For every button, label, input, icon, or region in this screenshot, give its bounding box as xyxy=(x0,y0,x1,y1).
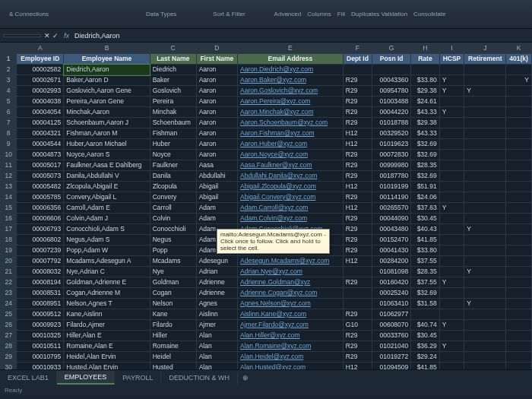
cell-posn[interactable]: 00954780 xyxy=(372,86,411,97)
cell-name[interactable]: Popp,Adam W xyxy=(64,245,150,256)
cell-name[interactable]: Goslovich,Aaron Gene xyxy=(64,86,150,97)
cell-401k[interactable] xyxy=(506,245,532,256)
cell-id[interactable]: 00004873 xyxy=(17,150,64,160)
cell-firstname[interactable]: Adrian xyxy=(196,267,237,277)
cell-name[interactable]: Goldman,Adrienne E xyxy=(64,277,150,288)
cell-rate[interactable]: $29.38 xyxy=(411,118,439,128)
row-num[interactable]: 17 xyxy=(1,224,17,235)
cell-posn[interactable]: 00999980 xyxy=(372,160,411,171)
ribbon-group-connections[interactable]: & Connections xyxy=(6,9,52,19)
row-num[interactable]: 19 xyxy=(1,245,17,256)
cell-firstname[interactable]: Aaron xyxy=(196,97,237,107)
cell-401k[interactable] xyxy=(506,309,532,320)
cell-rate[interactable]: $30.45 xyxy=(411,214,439,224)
enter-icon[interactable]: ✓ xyxy=(52,32,59,40)
cell-lastname[interactable]: Conocchioli xyxy=(150,224,196,235)
cell-retirement[interactable] xyxy=(464,203,506,214)
cell-401k[interactable] xyxy=(506,331,532,341)
cell-name[interactable]: Romaine,Alan E xyxy=(64,341,150,352)
cell-rate[interactable]: $29.38 xyxy=(411,86,439,97)
cell-401k[interactable] xyxy=(506,277,532,288)
cell-dept[interactable]: G10 xyxy=(343,320,372,331)
cell-rate[interactable] xyxy=(411,65,439,75)
cell-401k[interactable] xyxy=(506,224,532,235)
cell-401k[interactable] xyxy=(506,97,532,107)
cell-rate[interactable]: $32.69 xyxy=(411,150,439,160)
cell-email[interactable]: Aislinn.Kane@xyz.com xyxy=(238,309,344,320)
cell-rate[interactable] xyxy=(411,309,439,320)
cell-email[interactable]: Adrienne.Goldman@xyz xyxy=(238,277,344,288)
cell-hcsp[interactable] xyxy=(439,235,464,245)
cell-retirement[interactable] xyxy=(464,214,506,224)
cell-lastname[interactable]: Diedrich xyxy=(150,65,196,75)
cell-posn[interactable]: 01019623 xyxy=(372,139,411,150)
col-B[interactable]: B xyxy=(64,43,150,54)
hdr-email[interactable]: Email Address xyxy=(238,54,344,65)
row-num[interactable]: 25 xyxy=(1,309,17,320)
cell-email[interactable]: Aaron.Schoenbaum@xyz.com xyxy=(238,118,344,128)
cell-firstname[interactable]: Alan xyxy=(196,331,237,341)
cell-rate[interactable]: $33.80 xyxy=(411,245,439,256)
cell-retirement[interactable] xyxy=(464,341,506,352)
cell-posn[interactable]: 01063410 xyxy=(372,299,411,309)
cell-lastname[interactable]: Noyce xyxy=(150,150,196,160)
cell-rate[interactable]: $43.33 xyxy=(411,107,439,118)
row-num[interactable]: 7 xyxy=(1,118,17,128)
cell-firstname[interactable]: Aaron xyxy=(196,107,237,118)
col-K[interactable]: K xyxy=(506,43,532,54)
cell-id[interactable]: 00002582 xyxy=(17,65,64,75)
cell-hcsp[interactable] xyxy=(439,150,464,160)
cell-rate[interactable]: $31.58 xyxy=(411,299,439,309)
cell-dept[interactable]: R29 xyxy=(343,309,372,320)
cell-401k[interactable] xyxy=(506,139,532,150)
cell-dept[interactable]: H12 xyxy=(343,363,372,370)
cell-lastname[interactable]: Huber xyxy=(150,139,196,150)
cell-401k[interactable] xyxy=(506,118,532,128)
cell-dept[interactable]: R29 xyxy=(343,341,372,352)
cell-lastname[interactable]: Husted xyxy=(150,363,196,370)
hdr-first-name[interactable]: First Name xyxy=(196,54,237,65)
cell-retirement[interactable] xyxy=(464,97,506,107)
cell-retirement[interactable] xyxy=(464,352,506,363)
cell-rate[interactable]: $37.63 xyxy=(411,203,439,214)
cell-dept[interactable] xyxy=(343,288,372,299)
cell-name[interactable]: Husted,Alan Ervin xyxy=(64,363,150,370)
cell-email[interactable]: Aaron.Baker@xyz.com xyxy=(238,75,344,86)
row-num[interactable]: 15 xyxy=(1,203,17,214)
row-num[interactable]: 20 xyxy=(1,256,17,267)
cell-401k[interactable] xyxy=(506,86,532,97)
cell-lastname[interactable]: Romaine xyxy=(150,341,196,352)
cell-lastname[interactable]: Nye xyxy=(150,267,196,277)
cell-firstname[interactable]: Alan xyxy=(196,341,237,352)
cell-id[interactable]: 00002993 xyxy=(17,86,64,97)
col-I[interactable]: I xyxy=(439,43,464,54)
tab-deduction[interactable]: DEDUCTION & WH xyxy=(161,372,238,384)
cell-id[interactable]: 00004054 xyxy=(17,107,64,118)
cell-rate[interactable]: $24.61 xyxy=(411,97,439,107)
cell-email[interactable]: Adam.Colvin@xyz.com xyxy=(238,214,344,224)
cell-401k[interactable] xyxy=(506,171,532,182)
cell-id[interactable]: 00008194 xyxy=(17,277,64,288)
cell-email[interactable]: Aaron.Noyce@xyz.com xyxy=(238,150,344,160)
cell-email[interactable]: Abigail.Convery@xyz.com xyxy=(238,192,344,203)
cell-lastname[interactable]: Zlcopula xyxy=(150,182,196,192)
row-num[interactable]: 28 xyxy=(1,341,17,352)
cell-hcsp[interactable] xyxy=(439,65,464,75)
cell-email[interactable]: Aasa.Faulkner@xyz.com xyxy=(238,160,344,171)
cell-posn[interactable]: 01018788 xyxy=(372,118,411,128)
cancel-icon[interactable]: ✕ xyxy=(44,32,50,40)
cell-id[interactable]: 00004038 xyxy=(17,97,64,107)
cell-posn[interactable]: 00044220 xyxy=(372,107,411,118)
hdr-retirement[interactable]: Retirement xyxy=(464,54,506,65)
cell-retirement[interactable] xyxy=(464,320,506,331)
cell-hcsp[interactable] xyxy=(439,224,464,235)
cell-name[interactable]: Colvin,Adam J xyxy=(64,214,150,224)
cell-name[interactable]: Huber,Aaron Michael xyxy=(64,139,150,150)
cell-id[interactable]: 00007239 xyxy=(17,245,64,256)
cell-401k[interactable] xyxy=(506,320,532,331)
cell-hcsp[interactable] xyxy=(439,309,464,320)
cell-name[interactable]: Conocchioli,Adam S xyxy=(64,224,150,235)
cell-401k[interactable] xyxy=(506,214,532,224)
hdr-dept[interactable]: Dept Id xyxy=(343,54,372,65)
cell-id[interactable]: 00009923 xyxy=(17,320,64,331)
